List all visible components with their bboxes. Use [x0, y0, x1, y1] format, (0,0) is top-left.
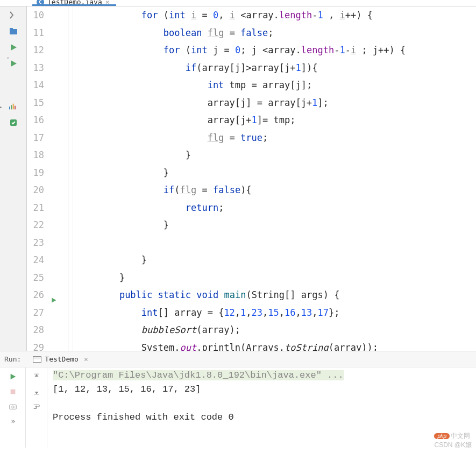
- run-gutter-icon[interactable]: [51, 292, 57, 309]
- fold-column: [65, 6, 73, 351]
- run-tab-name: TestDemo: [45, 355, 79, 363]
- run-icon-2[interactable]: ^: [7, 58, 20, 69]
- svg-rect-7: [10, 390, 15, 394]
- run-header: Run: TestDemo ×: [0, 351, 476, 367]
- collapse-icon[interactable]: [7, 10, 20, 20]
- console-stdout: [1, 12, 13, 15, 16, 17, 23]: [53, 384, 201, 394]
- svg-rect-8: [9, 405, 16, 409]
- svg-point-9: [11, 406, 13, 408]
- svg-rect-11: [34, 394, 39, 394]
- left-tool-rail: ^ ▶: [0, 6, 27, 351]
- console-output[interactable]: "C:\Program Files\Java\jdk1.8.0_192\bin\…: [47, 367, 476, 448]
- java-class-icon: C: [37, 0, 44, 6]
- tab-filename: TestDemo.java: [47, 0, 102, 6]
- svg-rect-2: [9, 107, 10, 109]
- close-run-tab-icon[interactable]: ×: [82, 355, 90, 363]
- more-icon[interactable]: »: [11, 417, 15, 425]
- line-number-gutter: 1011121314151617181920212223242526272829…: [27, 6, 48, 351]
- run-config-tab[interactable]: TestDemo ×: [30, 354, 93, 364]
- watermark: php中文网 CSDN @K嬢: [434, 431, 472, 450]
- commit-icon[interactable]: [7, 117, 20, 128]
- svg-rect-0: [10, 29, 17, 34]
- soft-wrap-icon[interactable]: [32, 402, 41, 412]
- svg-rect-5: [15, 106, 16, 110]
- svg-rect-3: [11, 105, 12, 109]
- editor-tabs: C TestDemo.java ×: [0, 0, 476, 6]
- svg-rect-10: [34, 374, 39, 374]
- run-toolbar-secondary: [26, 367, 47, 448]
- camera-icon[interactable]: [8, 402, 18, 412]
- svg-rect-4: [12, 104, 13, 110]
- rerun-icon[interactable]: [8, 372, 18, 381]
- console-exit: Process finished with exit code 0: [53, 412, 234, 422]
- run-label: Run:: [4, 355, 21, 363]
- file-tab[interactable]: C TestDemo.java ×: [32, 0, 116, 6]
- run-toolbar-primary: »: [0, 367, 26, 448]
- run-tool-window: Run: TestDemo × » "C:\Program Files\Java…: [0, 351, 476, 448]
- scroll-up-icon[interactable]: [32, 372, 41, 381]
- structure-icon[interactable]: ▶: [5, 101, 22, 112]
- code-editor[interactable]: 1011121314151617181920212223242526272829…: [27, 6, 476, 351]
- scroll-down-icon[interactable]: [32, 387, 41, 397]
- close-tab-icon[interactable]: ×: [105, 0, 110, 6]
- svg-rect-1: [10, 28, 13, 30]
- project-icon[interactable]: [7, 26, 20, 37]
- run-icon[interactable]: [7, 42, 20, 53]
- stop-icon[interactable]: [8, 387, 18, 397]
- gutter-icons: [48, 6, 65, 351]
- code-content[interactable]: for (int i = 0, i <array.length-1 , i++)…: [73, 6, 476, 351]
- run-config-icon: [33, 356, 41, 363]
- console-command: "C:\Program Files\Java\jdk1.8.0_192\bin\…: [53, 370, 344, 380]
